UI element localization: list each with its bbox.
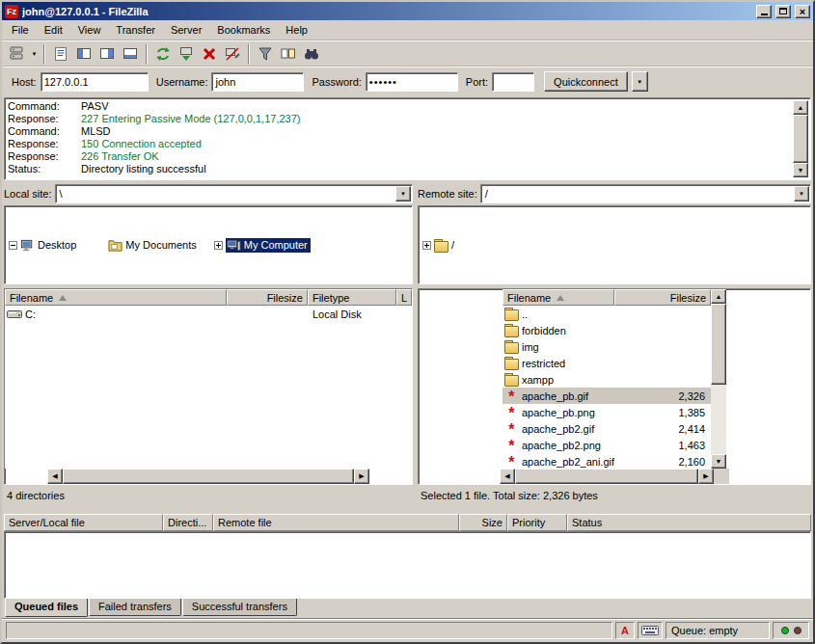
scroll-left-button[interactable]: ◀ bbox=[47, 469, 63, 484]
refresh-button[interactable] bbox=[151, 43, 175, 65]
remote-file-row[interactable]: *apache_pb.png 1,385 bbox=[503, 404, 711, 420]
remote-file-row[interactable]: *apache_pb2_ani.gif 2,160 bbox=[503, 453, 711, 469]
column-status[interactable]: Status bbox=[567, 514, 811, 531]
column-filename[interactable]: Filename bbox=[503, 289, 614, 306]
toggle-local-tree-button[interactable] bbox=[72, 43, 95, 65]
remote-vertical-scrollbar[interactable]: ▲ ▼ bbox=[711, 289, 726, 469]
minimize-button[interactable] bbox=[756, 5, 772, 18]
column-filesize[interactable]: Filesize bbox=[614, 289, 711, 306]
process-queue-button[interactable] bbox=[175, 43, 198, 65]
local-horizontal-scrollbar[interactable]: ◀ ▶ bbox=[47, 469, 369, 484]
tree-item-my-computer[interactable]: My Computer bbox=[197, 237, 311, 254]
queue-body bbox=[4, 531, 811, 599]
transfer-type-indicator: A bbox=[615, 622, 635, 639]
tree-item-root[interactable]: / bbox=[419, 237, 454, 254]
expand-icon[interactable] bbox=[422, 241, 431, 250]
remote-site-combo[interactable]: / ▼ bbox=[480, 184, 811, 203]
scroll-right-button[interactable]: ▶ bbox=[354, 469, 369, 484]
tab-successful-transfers[interactable]: Successful transfers bbox=[182, 599, 297, 616]
scroll-thumb[interactable] bbox=[711, 304, 726, 385]
menu-edit[interactable]: Edit bbox=[37, 21, 70, 39]
column-filesize[interactable]: Filesize bbox=[227, 289, 308, 306]
column-size[interactable]: Size bbox=[459, 514, 507, 531]
scroll-thumb[interactable] bbox=[793, 115, 808, 163]
remote-horizontal-scrollbar[interactable]: ◀ ▶ bbox=[500, 469, 729, 484]
column-direction[interactable]: Directi... bbox=[163, 514, 213, 531]
remote-file-row[interactable]: forbidden bbox=[503, 322, 711, 338]
site-manager-button[interactable] bbox=[6, 43, 29, 65]
combo-dropdown-button[interactable]: ▼ bbox=[395, 186, 411, 201]
quickconnect-button[interactable]: Quickconnect bbox=[544, 71, 628, 92]
disconnect-button[interactable] bbox=[221, 43, 244, 65]
column-last-modified[interactable]: L bbox=[396, 289, 412, 306]
remote-file-row[interactable]: .. bbox=[503, 306, 711, 322]
remote-site-label: Remote site: bbox=[418, 188, 477, 200]
binoculars-icon bbox=[303, 45, 320, 63]
titlebar[interactable]: Fz john@127.0.0.1 - FileZilla × bbox=[2, 2, 813, 20]
menu-server[interactable]: Server bbox=[163, 21, 209, 39]
remote-file-row[interactable]: img bbox=[503, 338, 711, 355]
remote-file-row[interactable]: restricted bbox=[503, 355, 711, 371]
tree-item-desktop[interactable]: Desktop bbox=[5, 237, 76, 254]
scroll-down-button[interactable]: ▼ bbox=[793, 163, 808, 177]
queue-tabs: Queued files Failed transfers Successful… bbox=[2, 599, 813, 618]
scroll-thumb[interactable] bbox=[63, 469, 354, 484]
log-scrollbar[interactable]: ▲ ▼ bbox=[793, 100, 808, 177]
column-remote-file[interactable]: Remote file bbox=[213, 514, 459, 531]
close-button[interactable]: × bbox=[795, 5, 810, 18]
compare-button[interactable] bbox=[277, 43, 300, 65]
remote-file-row[interactable]: *apache_pb2.png 1,463 bbox=[503, 437, 711, 453]
expand-icon[interactable] bbox=[214, 241, 223, 250]
menu-view[interactable]: View bbox=[70, 21, 109, 39]
collapse-icon[interactable] bbox=[9, 241, 17, 250]
menubar: File Edit View Transfer Server Bookmarks… bbox=[2, 20, 813, 40]
remote-file-row[interactable]: *apache_pb2.gif 2,414 bbox=[503, 420, 711, 437]
host-label: Host: bbox=[12, 76, 37, 88]
password-input[interactable] bbox=[367, 75, 457, 89]
port-input[interactable] bbox=[493, 75, 533, 89]
scroll-left-button[interactable]: ◀ bbox=[500, 469, 515, 484]
toggle-message-log-button[interactable] bbox=[49, 43, 72, 65]
tree-item-my-documents[interactable]: My Documents bbox=[76, 237, 196, 254]
menu-bookmarks[interactable]: Bookmarks bbox=[209, 21, 278, 39]
local-file-row[interactable]: C: Local Disk bbox=[5, 306, 412, 322]
scroll-right-button[interactable]: ▶ bbox=[698, 469, 714, 484]
horizontal-splitter[interactable] bbox=[2, 506, 813, 514]
host-input[interactable] bbox=[41, 75, 148, 89]
scroll-up-button[interactable]: ▲ bbox=[711, 289, 726, 304]
toggle-queue-button[interactable] bbox=[119, 43, 142, 65]
column-server-local-file[interactable]: Server/Local file bbox=[4, 514, 163, 531]
queue-status-text: Queue: empty bbox=[671, 625, 738, 636]
column-priority[interactable]: Priority bbox=[507, 514, 567, 531]
remote-file-row-selected[interactable]: *apache_pb.gif 2,326 bbox=[503, 388, 711, 404]
quickconnect-dropdown[interactable]: ▼ bbox=[632, 71, 648, 92]
cancel-button[interactable] bbox=[198, 43, 221, 65]
filter-button[interactable] bbox=[254, 43, 277, 65]
tab-failed-transfers[interactable]: Failed transfers bbox=[89, 599, 181, 616]
scroll-thumb[interactable] bbox=[515, 469, 698, 484]
arrow-down-icon: ▼ bbox=[798, 167, 804, 174]
scroll-down-button[interactable]: ▼ bbox=[711, 454, 726, 469]
menu-file[interactable]: File bbox=[4, 21, 37, 39]
local-site-combo[interactable]: \ ▼ bbox=[55, 184, 413, 203]
column-filetype[interactable]: Filetype bbox=[308, 289, 396, 306]
filezilla-window: Fz john@127.0.0.1 - FileZilla × File Edi… bbox=[0, 0, 815, 644]
remote-file-row[interactable]: xampp bbox=[503, 371, 711, 388]
minimize-icon bbox=[761, 13, 768, 15]
scroll-up-button[interactable]: ▲ bbox=[793, 100, 808, 115]
username-input[interactable] bbox=[212, 75, 303, 89]
remote-tree-icon bbox=[98, 45, 116, 63]
toggle-remote-tree-button[interactable] bbox=[95, 43, 119, 65]
combo-dropdown-button[interactable]: ▼ bbox=[794, 186, 809, 201]
column-filename[interactable]: Filename bbox=[5, 289, 227, 306]
find-button[interactable] bbox=[300, 43, 323, 65]
menu-transfer[interactable]: Transfer bbox=[108, 21, 163, 39]
folder-icon bbox=[504, 324, 519, 336]
toolbar-separator bbox=[146, 44, 148, 64]
tab-queued-files[interactable]: Queued files bbox=[5, 599, 88, 617]
arrow-left-icon: ◀ bbox=[52, 472, 57, 480]
maximize-button[interactable] bbox=[775, 5, 791, 18]
refresh-icon bbox=[154, 45, 172, 63]
site-manager-dropdown[interactable]: ▼ bbox=[29, 43, 40, 65]
menu-help[interactable]: Help bbox=[278, 21, 315, 39]
